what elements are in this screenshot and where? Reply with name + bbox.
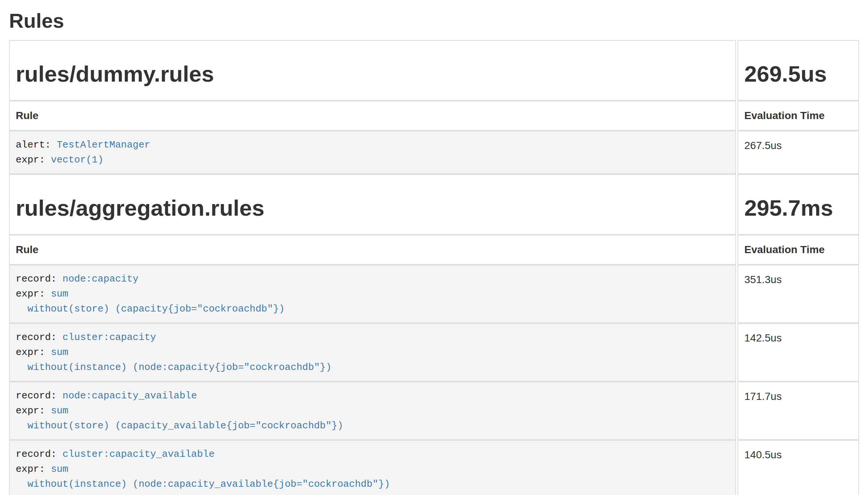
rule-expression-link[interactable]: cluster:capacity [63, 332, 156, 343]
rule-definition: record: cluster:capacity_available expr:… [16, 447, 729, 492]
rule-expression-link[interactable]: without(store) (capacity_available{job="… [16, 420, 343, 431]
rule-eval-time: 142.5us [738, 323, 859, 382]
rule-expression-link[interactable]: sum [51, 405, 69, 416]
rule-field-label: expr: [16, 464, 45, 475]
rule-definition: record: node:capacity_available expr: su… [16, 388, 729, 433]
rule-expression-link[interactable]: node:capacity [63, 273, 139, 285]
rules-table: rules/dummy.rules 269.5us Rule Evaluatio… [7, 40, 861, 495]
page-title: Rules [9, 10, 859, 32]
rule-expression-link[interactable]: node:capacity_available [63, 390, 197, 401]
rule-row: record: node:capacity expr: sum without(… [9, 265, 859, 323]
rule-definition: record: cluster:capacity expr: sum witho… [16, 330, 729, 375]
columns-header-row: Rule Evaluation Time [9, 101, 859, 131]
rule-field-label: alert: [16, 139, 51, 151]
rule-row: record: cluster:capacity expr: sum witho… [9, 323, 859, 382]
rule-expression-link[interactable]: sum [51, 464, 69, 475]
rule-group-file: rules/dummy.rules [16, 62, 729, 86]
rule-column-header: Rule [9, 101, 736, 131]
rule-group-eval-time: 269.5us [744, 62, 852, 86]
rule-column-header: Rule [9, 235, 736, 265]
rule-field-label: record: [16, 332, 57, 343]
rule-field-label: record: [16, 449, 57, 460]
rule-expression-link[interactable]: without(instance) (node:capacity_availab… [16, 479, 390, 490]
rule-group-eval-time: 295.7ms [744, 196, 852, 221]
rule-expression-link[interactable]: sum [51, 347, 69, 358]
columns-header-row: Rule Evaluation Time [9, 235, 859, 265]
rule-expression-link[interactable]: sum [51, 288, 69, 300]
rule-field-label: expr: [16, 154, 45, 165]
rule-row: record: node:capacity_available expr: su… [9, 382, 859, 440]
rules-page: Rules rules/dummy.rules 269.5us Rule Eva… [0, 10, 868, 495]
rule-row: alert: TestAlertManager expr: vector(1) … [9, 131, 859, 174]
rule-expression-link[interactable]: cluster:capacity_available [63, 449, 215, 460]
rule-group-header-row: rules/aggregation.rules 295.7ms [9, 174, 859, 235]
rule-expression-link[interactable]: without(store) (capacity{job="cockroachd… [16, 303, 285, 315]
rule-eval-time: 267.5us [738, 131, 859, 174]
rule-field-label: record: [16, 273, 57, 285]
rule-eval-time: 171.7us [738, 382, 859, 440]
rule-expression-link[interactable]: vector(1) [51, 154, 103, 165]
rule-definition: alert: TestAlertManager expr: vector(1) [16, 137, 729, 167]
rule-expression-link[interactable]: without(instance) (node:capacity{job="co… [16, 362, 332, 373]
rule-eval-time: 351.3us [738, 265, 859, 323]
rule-definition: record: node:capacity expr: sum without(… [16, 271, 729, 316]
rule-field-label: expr: [16, 288, 45, 300]
rule-group-file: rules/aggregation.rules [16, 196, 729, 221]
rule-expression-link[interactable]: TestAlertManager [57, 139, 150, 151]
rule-field-label: expr: [16, 405, 45, 416]
rule-row: record: cluster:capacity_available expr:… [9, 440, 859, 495]
rule-group-header-row: rules/dummy.rules 269.5us [9, 40, 859, 101]
evaluation-time-column-header: Evaluation Time [738, 101, 859, 131]
evaluation-time-column-header: Evaluation Time [738, 235, 859, 265]
rule-eval-time: 140.5us [738, 440, 859, 495]
rule-field-label: record: [16, 390, 57, 401]
rule-field-label: expr: [16, 347, 45, 358]
